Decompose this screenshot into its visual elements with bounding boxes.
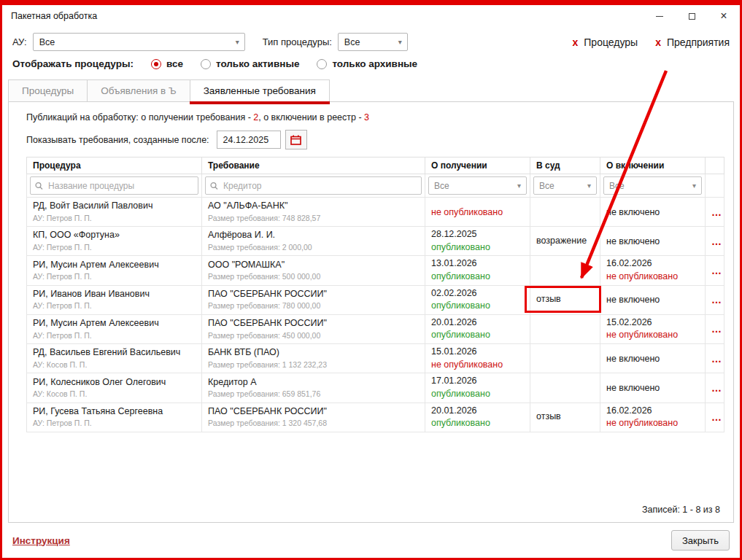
received-cell: 15.01.2026 не опубликовано <box>425 344 530 373</box>
received-filter-value: Все <box>434 181 449 191</box>
radio-archived-label: только архивные <box>332 58 417 69</box>
court-cell: отзыв <box>530 402 600 432</box>
claim-cell: АО "АЛЬФА-БАНК" Размер требования: 748 8… <box>202 198 425 227</box>
received-cell: 13.01.2026 опубликовано <box>425 256 530 285</box>
clear-x-icon: х <box>572 36 578 48</box>
clear-companies-label: Предприятия <box>667 36 730 48</box>
filter-toolbar: АУ: Все ▾ Тип процедуры: Все ▾ х Процеду… <box>2 27 740 54</box>
table-row: КП, ООО «Фортуна» АУ: Петров П. П. Алфёр… <box>27 227 724 256</box>
row-actions-button[interactable]: … <box>711 206 718 218</box>
au-select[interactable]: Все ▾ <box>33 33 245 51</box>
arbitration-manager: АУ: Петров П. П. <box>33 272 196 281</box>
included-status: не включено <box>606 236 699 248</box>
radio-archived-only[interactable]: только архивные <box>317 58 417 69</box>
received-date: 02.02.2026 <box>431 288 524 300</box>
records-count: Записей: 1 - 8 из 8 <box>20 500 722 515</box>
row-actions-button[interactable]: … <box>711 353 718 365</box>
actions-cell: … <box>706 344 724 373</box>
summary-text: Публикаций на обработку: о получении тре… <box>26 112 253 122</box>
tab-bar: Процедуры Объявления в Ъ Заявленные треб… <box>2 77 740 102</box>
received-date: 17.01.2026 <box>431 376 524 387</box>
received-date: 15.01.2026 <box>431 346 524 358</box>
court-cell <box>530 314 600 343</box>
procedure-name: КП, ООО «Фортуна» <box>33 230 196 241</box>
received-status: опубликовано <box>431 300 524 312</box>
minimize-button[interactable] <box>644 5 676 27</box>
radio-all[interactable]: все <box>151 58 183 69</box>
procedure-cell: РИ, Мусин Артем Алексеевич АУ: Петров П.… <box>27 256 202 285</box>
received-cell: 20.01.2026 опубликовано <box>425 314 530 343</box>
received-filter-select[interactable]: Все ▾ <box>428 176 527 195</box>
table-row: РИ, Гусева Татьяна Сергеевна АУ: Петров … <box>27 402 724 432</box>
tab-label: Заявленные требования <box>204 85 316 96</box>
procedure-type-select[interactable]: Все ▾ <box>338 33 408 51</box>
received-status: опубликовано <box>431 271 524 283</box>
arbitration-manager: АУ: Петров П. П. <box>33 243 196 252</box>
row-actions-button[interactable]: … <box>711 236 718 247</box>
column-header-procedure: Процедура <box>27 158 202 174</box>
claims-panel: Публикаций на обработку: о получении тре… <box>8 101 734 523</box>
au-label: АУ: <box>12 36 27 47</box>
procedure-type-value: Все <box>344 37 360 47</box>
creditor-name: ПАО "СБЕРБАНК РОССИИ" <box>208 289 419 300</box>
court-filter-select[interactable]: Все ▾ <box>533 176 597 195</box>
row-actions-button[interactable]: … <box>711 265 718 276</box>
table-body: РД, Войт Василий Павлович АУ: Петров П. … <box>27 198 724 432</box>
publications-summary: Публикаций на обработку: о получении тре… <box>20 109 722 124</box>
claim-amount: Размер требования: 500 000,00 <box>208 272 419 281</box>
search-icon <box>210 182 218 190</box>
received-cell: 20.01.2026 опубликовано <box>425 402 530 432</box>
creditor-name: ПАО "СБЕРБАНК РОССИИ" <box>208 318 419 330</box>
procedure-name: РД, Васильев Евгений Васильевич <box>33 347 196 359</box>
chevron-down-icon: ▾ <box>587 182 591 190</box>
court-cell <box>530 256 600 285</box>
included-cell: 16.02.2026 не опубликовано <box>600 256 706 285</box>
row-actions-button[interactable]: … <box>711 294 718 306</box>
received-cell: 17.01.2026 опубликовано <box>425 373 530 402</box>
radio-active-only[interactable]: только активные <box>201 58 299 69</box>
claim-cell: ООО "РОМАШКА" Размер требования: 500 000… <box>202 256 425 285</box>
bottom-bar: Инструкция Закрыть <box>2 523 740 558</box>
court-cell: возражение <box>530 227 600 256</box>
arbitration-manager: АУ: Косов П. П. <box>33 389 196 399</box>
clear-companies-button[interactable]: х Предприятия <box>655 36 730 48</box>
radio-active-label: только активные <box>216 58 299 69</box>
claim-amount: Размер требования: 659 851,76 <box>208 389 419 399</box>
procedure-filter-input[interactable] <box>30 176 198 195</box>
radio-icon <box>317 59 327 69</box>
arbitration-manager: АУ: Петров П. П. <box>33 419 196 428</box>
row-actions-button[interactable]: … <box>711 323 718 335</box>
included-date: 16.02.2026 <box>606 258 699 270</box>
row-actions-button[interactable]: … <box>711 382 718 394</box>
close-window-button[interactable]: × <box>708 5 740 27</box>
received-cell: 02.02.2026 опубликовано <box>425 285 530 314</box>
court-status: возражение <box>536 236 594 247</box>
instruction-link[interactable]: Инструкция <box>12 535 70 546</box>
included-filter-select[interactable]: Все ▾ <box>603 176 702 195</box>
procedure-name: РИ, Колесников Олег Олегович <box>33 377 196 389</box>
date-filter-label: Показывать требования, созданные после: <box>26 135 209 145</box>
court-cell <box>530 344 600 373</box>
display-procedures-row: Отображать процедуры: все только активны… <box>2 54 740 77</box>
summary-count-included: 3 <box>364 112 369 122</box>
close-button[interactable]: Закрыть <box>671 530 730 551</box>
tab-announcements[interactable]: Объявления в Ъ <box>87 79 190 102</box>
tab-claims[interactable]: Заявленные требования <box>190 79 330 102</box>
creditor-filter-input[interactable] <box>205 176 422 195</box>
actions-cell: … <box>706 402 724 432</box>
received-date: 20.01.2026 <box>431 405 524 417</box>
chevron-down-icon: ▾ <box>692 182 696 190</box>
calendar-button[interactable] <box>285 130 307 149</box>
column-header-claim: Требование <box>202 158 425 174</box>
received-status: опубликовано <box>431 242 524 254</box>
tab-procedures[interactable]: Процедуры <box>8 79 88 102</box>
date-input[interactable]: 24.12.2025 <box>217 131 281 149</box>
clear-procedures-button[interactable]: х Процедуры <box>572 36 638 48</box>
row-actions-button[interactable]: … <box>711 411 718 423</box>
included-status: не включено <box>606 295 699 306</box>
claim-amount: Размер требования: 2 000,00 <box>208 243 419 252</box>
claim-amount: Размер требования: 1 320 457,68 <box>208 419 419 428</box>
maximize-button[interactable] <box>676 5 708 27</box>
procedure-name: РИ, Мусин Артем Алексеевич <box>33 318 196 330</box>
included-cell: не включено <box>600 198 706 227</box>
